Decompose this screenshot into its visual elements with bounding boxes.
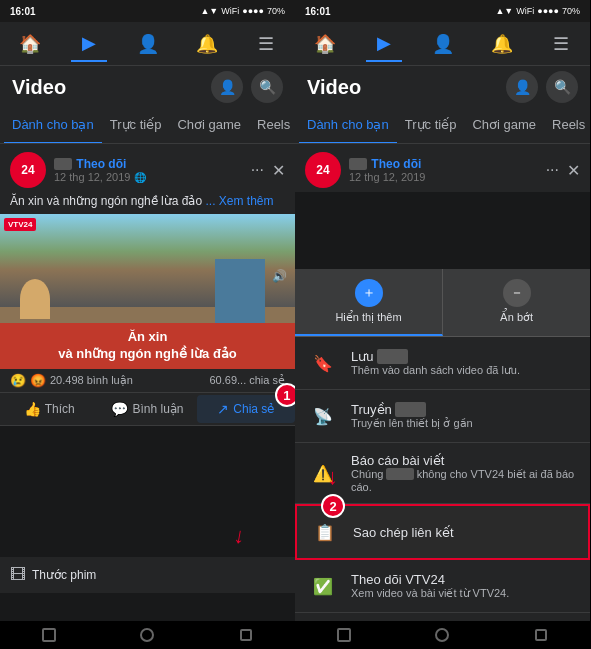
person-add-button[interactable]: 👤 (211, 71, 243, 103)
tab-bar-right: Dành cho bạn Trực tiếp Chơi game Reels (295, 108, 590, 144)
see-more-link-left[interactable]: ... Xem thêm (205, 194, 273, 208)
nav-home-right[interactable] (417, 625, 467, 645)
tab-truc-tiep-right[interactable]: Trực tiếp (397, 108, 465, 144)
bottom-nav-left (0, 621, 295, 649)
nav-home-left[interactable] (122, 625, 172, 645)
bottom-nav-right (295, 621, 590, 649)
hide-less-label: Ẩn bớt (500, 311, 533, 324)
dropdown-menu: ＋ Hiển thị thêm － Ẩn bớt 🔖 Lưu video Thê… (295, 269, 590, 621)
nav-home-icon[interactable]: 🏠 (12, 26, 48, 62)
nav-home-icon-right[interactable]: 🏠 (307, 26, 343, 62)
time-left: 16:01 (10, 6, 36, 17)
feed-right: 24 Theo dõi 12 thg 12, 2019 ··· ✕ (295, 144, 590, 621)
film-label-left: Thước phim (32, 568, 96, 582)
right-phone-panel: 16:01 ▲▼ WiFi ●●●● 70% 🏠 ▶ 👤 🔔 ☰ Video 👤… (295, 0, 590, 649)
nav-video-icon-right[interactable]: ▶ (366, 26, 402, 62)
menu-item-copy-link[interactable]: 📋 Sao chép liên kết 2 ↓ (295, 504, 590, 560)
post-meta-left: 12 thg 12, 2019 🌐 (54, 171, 146, 183)
nav-bell-icon-right[interactable]: 🔔 (484, 26, 520, 62)
tab-choi-game-left[interactable]: Chơi game (169, 108, 249, 144)
step2-circle: 2 (321, 494, 345, 518)
author-row-right: 24 Theo dõi 12 thg 12, 2019 ··· ✕ (305, 152, 580, 188)
menu-item-rate-playback[interactable]: ▶️ Xếp hạng trải nghiệm phát lại Ví dụ: … (295, 613, 590, 621)
author-info-left: Theo dõi 12 thg 12, 2019 🌐 (54, 157, 146, 183)
author-name-left: Theo dõi (54, 157, 146, 171)
nav-bell-icon[interactable]: 🔔 (189, 26, 225, 62)
comment-icon-left: 💬 (111, 401, 128, 417)
post-desc-left: Ăn xin và những ngón nghề lừa đảo ... Xe… (0, 192, 295, 214)
tab-reels-left[interactable]: Reels (249, 108, 295, 144)
menu-top-options: ＋ Hiển thị thêm － Ẩn bớt (295, 269, 590, 337)
follow-button-right[interactable]: Theo dõi (371, 157, 421, 171)
show-more-option[interactable]: ＋ Hiển thị thêm (295, 269, 443, 336)
nav-square-right[interactable] (516, 625, 566, 645)
status-bar-right: 16:01 ▲▼ WiFi ●●●● 70% (295, 0, 590, 22)
video-scene: VTV24 📞 096 382 22 22 mediavtv24@gmail.c… (0, 214, 295, 369)
close-button-right[interactable]: ✕ (567, 161, 580, 180)
nav-square-left[interactable] (221, 625, 271, 645)
like-icon-left: 👍 (24, 401, 41, 417)
arrow-down-left: ↓ (232, 522, 247, 550)
post-stats-left: 😢 😡 20.498 bình luận 60.69... chia sẻ (0, 369, 295, 393)
bottom-strip-left: 🎞 Thước phim (0, 557, 295, 593)
nav-video-icon[interactable]: ▶ (71, 26, 107, 62)
page-title-left: Video (12, 76, 66, 99)
hide-less-option[interactable]: － Ẩn bớt (443, 269, 590, 336)
comment-button-left[interactable]: 💬 Bình luận (98, 395, 196, 423)
nav-profile-icon-right[interactable]: 👤 (425, 26, 461, 62)
author-name-blur (54, 158, 72, 170)
close-button-left[interactable]: ✕ (272, 161, 285, 180)
search-button-left[interactable]: 🔍 (251, 71, 283, 103)
left-phone-panel: 16:01 ▲▼ WiFi ●●●● 70% 🏠 ▶ 👤 🔔 ☰ Video 👤… (0, 0, 295, 649)
author-name-right: Theo dõi (349, 157, 425, 171)
search-button-right[interactable]: 🔍 (546, 71, 578, 103)
post-actions-left: 👍 Thích 💬 Bình luận ↗ Chia sẻ 1 (0, 393, 295, 426)
menu-item-cast-video[interactable]: 📡 Truyền video Truyền lên thiết bị ở gần (295, 390, 590, 443)
like-button-left[interactable]: 👍 Thích (0, 395, 98, 423)
nav-back-left[interactable] (24, 625, 74, 645)
share-button-left[interactable]: ↗ Chia sẻ 1 (197, 395, 295, 423)
avatar-right: 24 (305, 152, 341, 188)
avatar-left: 24 (10, 152, 46, 188)
menu-items-list: 🔖 Lưu video Thêm vào danh sách video đã … (295, 337, 590, 621)
more-button-left[interactable]: ··· (251, 161, 264, 179)
step1-circle: 1 (275, 383, 295, 407)
tab-truc-tiep-left[interactable]: Trực tiếp (102, 108, 170, 144)
post-header-right-left: ··· ✕ (251, 161, 285, 180)
hide-less-icon: － (503, 279, 531, 307)
post-preview-right: 24 Theo dõi 12 thg 12, 2019 ··· ✕ (295, 144, 590, 192)
nav-profile-icon[interactable]: 👤 (130, 26, 166, 62)
follow-vtv24-icon: ✅ (307, 570, 339, 602)
top-nav-left: 🏠 ▶ 👤 🔔 ☰ (0, 22, 295, 66)
arrow-down-right: ↓ (327, 464, 338, 490)
feed-left: 24 Theo dõi 12 thg 12, 2019 🌐 ··· (0, 144, 295, 621)
follow-button-left[interactable]: Theo dõi (76, 157, 126, 171)
tab-choi-game-right[interactable]: Chơi game (464, 108, 544, 144)
status-bar-left: 16:01 ▲▼ WiFi ●●●● 70% (0, 0, 295, 22)
menu-item-save-video[interactable]: 🔖 Lưu video Thêm vào danh sách video đã … (295, 337, 590, 390)
nav-menu-icon-right[interactable]: ☰ (543, 26, 579, 62)
time-right: 16:01 (305, 6, 331, 17)
header-icons-right: 👤 🔍 (506, 71, 578, 103)
status-icons-right: ▲▼ WiFi ●●●● 70% (495, 6, 580, 16)
tab-danh-cho-ban-right[interactable]: Dành cho bạn (299, 108, 397, 144)
show-more-icon: ＋ (355, 279, 383, 307)
stats-right-left: 60.69... chia sẻ (210, 374, 286, 387)
page-title-right: Video (307, 76, 361, 99)
cast-video-icon: 📡 (307, 400, 339, 432)
header-icons-left: 👤 🔍 (211, 71, 283, 103)
author-row-left: 24 Theo dõi 12 thg 12, 2019 🌐 (10, 152, 146, 188)
nav-back-right[interactable] (319, 625, 369, 645)
video-logo-left: VTV24 (4, 218, 36, 231)
person-add-button-right[interactable]: 👤 (506, 71, 538, 103)
tab-reels-right[interactable]: Reels (544, 108, 590, 144)
menu-item-follow-vtv24[interactable]: ✅ Theo dõi VTV24 Xem video và bài viết t… (295, 560, 590, 613)
tab-danh-cho-ban-left[interactable]: Dành cho bạn (4, 108, 102, 144)
cast-video-text: Truyền video Truyền lên thiết bị ở gần (351, 402, 473, 430)
status-icons-left: ▲▼ WiFi ●●●● 70% (200, 6, 285, 16)
video-thumb-left[interactable]: VTV24 📞 096 382 22 22 mediavtv24@gmail.c… (0, 214, 295, 369)
follow-vtv24-text: Theo dõi VTV24 Xem video và bài viết từ … (351, 572, 509, 600)
more-button-right[interactable]: ··· (546, 161, 559, 179)
nav-menu-icon[interactable]: ☰ (248, 26, 284, 62)
save-video-text: Lưu video Thêm vào danh sách video đã lư… (351, 349, 520, 377)
